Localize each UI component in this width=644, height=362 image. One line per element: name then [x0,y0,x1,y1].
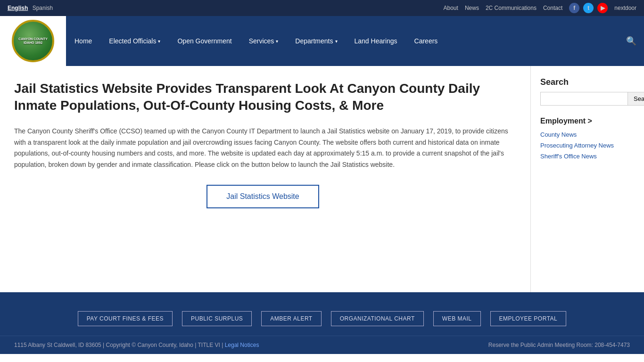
nav-departments[interactable]: Departments [287,24,346,58]
youtube-icon[interactable]: ▶ [597,3,608,13]
public-surplus-button[interactable]: PUBLIC SURPLUS [182,311,252,326]
sidebar: Search Search Employment > County News P… [531,66,644,292]
organizational-chart-button[interactable]: ORGANIZATIONAL CHART [331,311,424,326]
jail-statistics-button[interactable]: Jail Statistics Website [206,185,319,208]
footer: PAY COURT FINES & FEES PUBLIC SURPLUS AM… [0,292,644,354]
legal-notices-link[interactable]: Legal Notices [225,342,259,348]
logo-wrap: CANYON COUNTY IDAHO 1892 [0,16,66,66]
county-news-link[interactable]: County News [540,131,635,138]
lang-english[interactable]: English [8,5,28,11]
nav-careers[interactable]: Careers [406,24,446,58]
footer-reserve: Reserve the Public Admin Meeting Room: 2… [488,342,630,348]
contact-link[interactable]: Contact [543,5,562,11]
nav-home[interactable]: Home [66,24,100,58]
social-icons: f t ▶ [569,3,608,13]
nav-search-icon[interactable]: 🔍 [619,36,644,46]
search-label: Search [540,77,635,87]
about-link[interactable]: About [444,5,458,11]
lang-spanish[interactable]: Spanish [33,5,53,11]
main-wrapper: Jail Statistics Website Provides Transpa… [0,66,644,292]
employment-link[interactable]: Employment > [540,117,635,125]
employee-portal-button[interactable]: EMPLOYEE PORTAL [490,311,567,326]
twitter-icon[interactable]: t [583,3,594,13]
language-selector[interactable]: English Spanish [8,5,56,11]
nav-services[interactable]: Services [240,24,287,58]
article-body: The Canyon County Sheriff's Office (CCSO… [14,126,512,171]
amber-alert-button[interactable]: AMBER ALERT [261,311,321,326]
nav-land-hearings[interactable]: Land Hearings [346,24,406,58]
nav-elected-officials[interactable]: Elected Officials [100,24,169,58]
nextdoor-link[interactable]: nextdoor [614,5,636,11]
footer-bottom: 1115 Albany St Caldwell, ID 83605 | Copy… [0,336,644,354]
footer-buttons: PAY COURT FINES & FEES PUBLIC SURPLUS AM… [0,302,644,336]
page-title: Jail Statistics Website Provides Transpa… [14,80,512,115]
content-area: Jail Statistics Website Provides Transpa… [0,66,531,292]
top-bar-right: About News 2C Communications Contact f t… [444,3,636,13]
prosecuting-attorney-news-link[interactable]: Prosecuting Attorney News [540,142,635,149]
sidebar-news: County News Prosecuting Attorney News Sh… [540,131,635,160]
county-logo: CANYON COUNTY IDAHO 1892 [12,20,54,62]
search-button[interactable]: Search [628,92,644,106]
2c-link[interactable]: 2C Communications [486,5,537,11]
button-wrap: Jail Statistics Website [14,185,512,208]
nav-links: Home Elected Officials Open Government S… [66,24,619,58]
facebook-icon[interactable]: f [569,3,579,13]
search-input[interactable] [540,92,628,106]
search-row: Search [540,92,635,106]
logo-text: CANYON COUNTY IDAHO 1892 [14,37,52,45]
top-bar: English Spanish About News 2C Communicat… [0,0,644,16]
pay-court-fines-button[interactable]: PAY COURT FINES & FEES [78,311,173,326]
footer-copyright: 1115 Albany St Caldwell, ID 83605 | Copy… [14,342,259,348]
nav-open-government[interactable]: Open Government [169,24,240,58]
web-mail-button[interactable]: WEB MAIL [433,311,481,326]
news-link[interactable]: News [465,5,479,11]
nav-bar: CANYON COUNTY IDAHO 1892 Home Elected Of… [0,16,644,66]
sheriffs-office-news-link[interactable]: Sheriff's Office News [540,153,635,160]
